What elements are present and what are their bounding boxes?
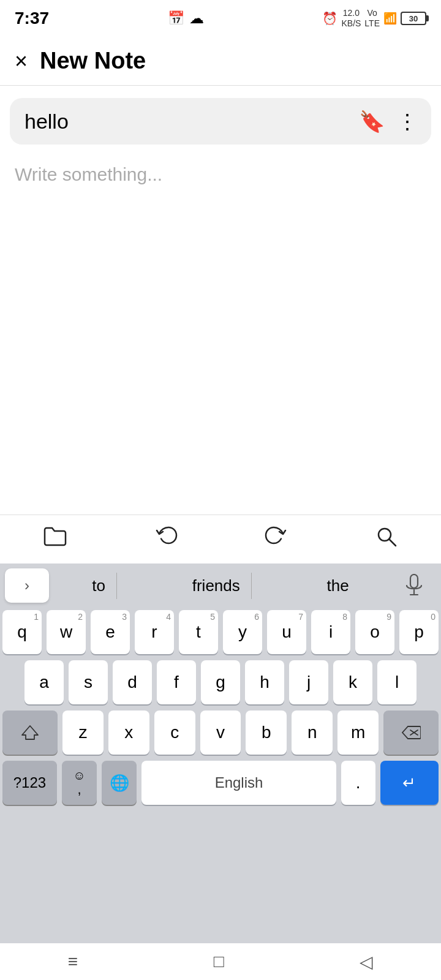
menu-icon[interactable]: ≡ (68, 952, 78, 971)
key-d[interactable]: d (113, 660, 152, 704)
key-b[interactable]: b (246, 710, 287, 755)
mic-button[interactable] (392, 568, 436, 603)
suggestion-item[interactable]: the (315, 573, 360, 599)
page-title: New Note (40, 48, 146, 74)
bookmark-icon[interactable]: 🔖 (359, 109, 385, 134)
undo-icon[interactable] (154, 525, 178, 554)
key-m[interactable]: m (337, 710, 379, 755)
key-rows: 1q 2w 3e 4r 5t 6y 7u 8i 9o 0p a s d f g … (0, 608, 441, 805)
status-right-icons: ⏰ 12.0KB/S VoLTE 📶 30 (322, 8, 426, 29)
key-k[interactable]: k (333, 660, 372, 704)
key-g[interactable]: g (201, 660, 240, 704)
keyboard: › to friends the 1q 2w 3e 4r 5t 6y 7u 8i (0, 564, 441, 943)
key-q[interactable]: 1q (2, 610, 42, 654)
shift-key[interactable] (2, 710, 58, 755)
status-bar: 7:37 📅 ☁ ⏰ 12.0KB/S VoLTE 📶 30 (0, 0, 441, 37)
title-icons: 🔖 ⋮ (359, 109, 417, 134)
key-c[interactable]: c (154, 710, 195, 755)
calendar-icon: 📅 (168, 10, 184, 26)
bottom-nav: ≡ □ ◁ (0, 943, 441, 980)
svg-line-1 (389, 539, 396, 546)
key-h[interactable]: h (245, 660, 284, 704)
suggestions-row: › to friends the (0, 564, 441, 608)
space-key[interactable]: English (141, 761, 336, 805)
key-p[interactable]: 0p (399, 610, 439, 654)
status-left-icons: 📅 ☁ (168, 10, 204, 27)
enter-key[interactable]: ↵ (380, 761, 439, 805)
keyboard-toolbar (0, 514, 441, 564)
alarm-icon: ⏰ (322, 11, 337, 26)
key-x[interactable]: x (108, 710, 149, 755)
key-s[interactable]: s (69, 660, 108, 704)
globe-key[interactable]: 🌐 (102, 761, 137, 805)
suggestion-item[interactable]: friends (181, 573, 252, 599)
back-icon[interactable]: ◁ (360, 952, 373, 972)
svg-marker-5 (22, 726, 38, 739)
key-u[interactable]: 7u (267, 610, 306, 654)
key-row-1: 1q 2w 3e 4r 5t 6y 7u 8i 9o 0p (2, 610, 439, 654)
key-z[interactable]: z (62, 710, 104, 755)
note-title-input[interactable] (24, 110, 352, 134)
note-body-placeholder[interactable]: Write something... (0, 157, 441, 192)
key-i[interactable]: 8i (311, 610, 350, 654)
redo-icon[interactable] (265, 525, 288, 554)
close-button[interactable]: × (15, 50, 28, 72)
key-j[interactable]: j (289, 660, 328, 704)
key-e[interactable]: 3e (91, 610, 130, 654)
key-v[interactable]: v (200, 710, 241, 755)
key-f[interactable]: f (157, 660, 196, 704)
num-key[interactable]: ?123 (2, 761, 57, 805)
suggestions-list: to friends the (49, 564, 392, 608)
suggestion-item[interactable]: to (81, 573, 117, 599)
search-icon[interactable] (375, 526, 398, 553)
more-options-icon[interactable]: ⋮ (397, 109, 417, 134)
key-t[interactable]: 5t (179, 610, 218, 654)
status-time: 7:37 (15, 9, 49, 28)
home-icon[interactable]: □ (214, 952, 224, 971)
delete-key[interactable] (383, 710, 439, 755)
key-row-3: z x c v b n m (2, 710, 439, 755)
key-r[interactable]: 4r (135, 610, 174, 654)
key-y[interactable]: 6y (223, 610, 262, 654)
key-o[interactable]: 9o (355, 610, 394, 654)
speed-indicator: 12.0KB/S (341, 8, 361, 29)
key-n[interactable]: n (292, 710, 333, 755)
key-l[interactable]: l (377, 660, 417, 704)
top-nav: × New Note (0, 37, 441, 86)
suggestions-expand-button[interactable]: › (5, 568, 49, 603)
note-title-row: 🔖 ⋮ (10, 98, 431, 145)
key-row-4: ?123 ☺, 🌐 English . ↵ (2, 761, 439, 805)
emoji-key[interactable]: ☺, (62, 761, 97, 805)
folder-icon[interactable] (43, 526, 67, 552)
period-key[interactable]: . (341, 761, 375, 805)
key-w[interactable]: 2w (47, 610, 86, 654)
vo-lte-icon: VoLTE (364, 8, 380, 29)
svg-rect-2 (410, 575, 418, 588)
key-row-2: a s d f g h j k l (2, 660, 439, 704)
battery-indicator: 30 (401, 12, 426, 25)
cloud-icon: ☁ (189, 10, 204, 27)
key-a[interactable]: a (24, 660, 64, 704)
signal-icon: 📶 (383, 12, 397, 25)
